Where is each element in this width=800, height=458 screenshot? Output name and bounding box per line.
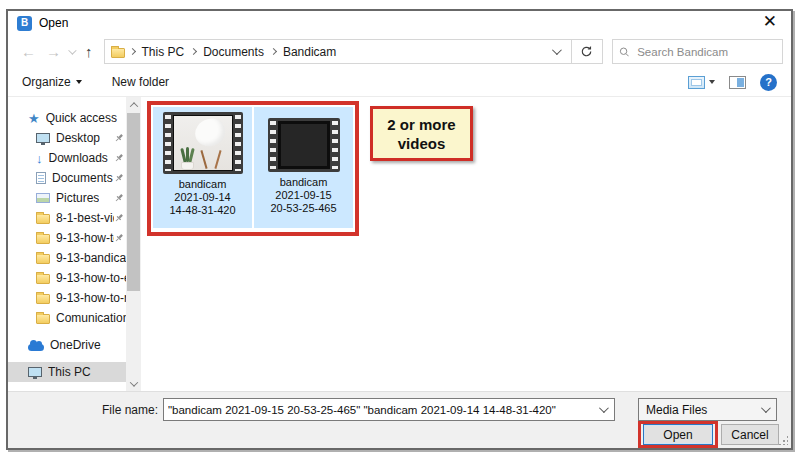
view-dropdown-chevron-icon — [709, 80, 715, 84]
folder-icon — [36, 294, 50, 304]
thumbnails-view-icon — [688, 76, 705, 89]
bandicam-app-icon: B — [17, 16, 32, 31]
pictures-icon — [36, 193, 50, 203]
breadcrumb-this-pc[interactable]: This PC — [140, 45, 187, 59]
folder-icon — [36, 234, 50, 244]
refresh-button[interactable] — [572, 39, 603, 64]
desktop-icon — [36, 133, 50, 143]
this-pc-icon — [28, 367, 42, 377]
file-name-dropdown-chevron-icon[interactable] — [599, 403, 609, 413]
organize-dropdown-icon — [76, 80, 82, 84]
black-screen-thumbnail — [281, 124, 327, 166]
address-folder-icon — [111, 48, 125, 58]
file-item-video-1[interactable]: bandicam 2021-09-14 14-48-31-420 — [153, 107, 252, 228]
breadcrumb-documents[interactable]: Documents — [201, 45, 266, 59]
address-bar[interactable]: This PC Documents Bandicam — [104, 39, 572, 64]
crumb-separator-icon — [128, 48, 135, 55]
cancel-button[interactable]: Cancel — [721, 424, 779, 445]
star-icon: ★ — [28, 112, 40, 125]
navigation-bar: ← → ↑ This PC Documents Bandicam — [8, 35, 791, 68]
scroll-down-icon[interactable] — [126, 376, 141, 391]
annotation-files-highlight: bandicam 2021-09-14 14-48-31-420 bandica… — [147, 101, 359, 236]
close-icon[interactable]: ✕ — [763, 12, 777, 32]
breadcrumb-bandicam[interactable]: Bandicam — [281, 45, 338, 59]
folder-icon — [36, 314, 50, 324]
pin-icon — [114, 133, 124, 143]
file-name-label: bandicam 2021-09-14 14-48-31-420 — [169, 178, 235, 217]
back-icon[interactable]: ← — [21, 44, 36, 59]
folder-icon — [36, 274, 50, 284]
sidebar-group-gap — [8, 355, 126, 362]
search-input[interactable] — [635, 45, 775, 59]
bottom-bar: File name: Media Files Open Cancel — [8, 391, 791, 448]
pin-icon — [114, 213, 124, 223]
sidebar-item-comunication[interactable]: Comunication, C — [8, 308, 126, 328]
organize-label: Organize — [22, 75, 71, 89]
sidebar-item-9-13-how-to-ed[interactable]: 9-13-how-to-ed — [8, 268, 126, 288]
title-bar: B Open ✕ — [8, 11, 791, 35]
refresh-icon — [580, 45, 593, 58]
sidebar-item-downloads[interactable]: ↓ Downloads — [8, 148, 126, 168]
document-icon — [36, 172, 46, 184]
scroll-up-icon[interactable] — [126, 97, 141, 112]
open-dialog: B Open ✕ ← → ↑ This PC Documents Bandica… — [6, 9, 793, 450]
change-view-button[interactable] — [688, 76, 715, 89]
file-name-field-label: File name: — [66, 403, 158, 417]
new-folder-button[interactable]: New folder — [112, 75, 169, 89]
sidebar-item-9-13-how-to-rec[interactable]: 9-13-how-to-rec — [8, 288, 126, 308]
new-folder-label: New folder — [112, 75, 169, 89]
sidebar-item-this-pc[interactable]: This PC — [8, 362, 126, 382]
window-title: Open — [39, 16, 68, 30]
file-item-video-2[interactable]: bandicam 2021-09-15 20-53-25-465 — [254, 107, 353, 228]
preview-pane-icon[interactable] — [729, 76, 746, 89]
toolbar-right-group: ? — [688, 74, 777, 91]
up-icon[interactable]: ↑ — [85, 44, 93, 59]
resize-grip[interactable] — [778, 435, 788, 445]
file-type-dropdown-chevron-icon — [761, 403, 771, 413]
file-type-combobox[interactable]: Media Files — [638, 398, 777, 421]
organize-button[interactable]: Organize — [22, 75, 82, 89]
forward-icon[interactable]: → — [46, 44, 61, 59]
sidebar-scrollbar[interactable] — [126, 97, 141, 391]
file-list-area[interactable]: bandicam 2021-09-14 14-48-31-420 bandica… — [141, 97, 791, 391]
search-icon — [619, 46, 630, 58]
open-button[interactable]: Open — [643, 424, 713, 445]
scrollbar-thumb[interactable] — [127, 113, 140, 291]
folder-icon — [36, 254, 50, 264]
pin-icon — [114, 233, 124, 243]
chair-photo-thumbnail — [174, 116, 232, 170]
file-name-label: bandicam 2021-09-15 20-53-25-465 — [270, 176, 336, 215]
crumb-separator-icon — [190, 48, 197, 55]
sidebar-item-onedrive[interactable]: OneDrive — [8, 335, 126, 355]
crumb-separator-icon — [270, 48, 277, 55]
sidebar-item-desktop[interactable]: Desktop — [8, 128, 126, 148]
pin-icon — [114, 193, 124, 203]
address-dropdown-chevron-icon[interactable] — [551, 45, 561, 55]
sidebar-item-8-1-best-video[interactable]: 8-1-best-vide — [8, 208, 126, 228]
file-name-input[interactable] — [164, 404, 599, 416]
recent-locations-chevron-icon[interactable] — [68, 46, 76, 54]
file-type-value: Media Files — [646, 403, 707, 417]
annotation-open-highlight: Open — [638, 421, 718, 448]
sidebar-item-9-13-bandicam[interactable]: 9-13-bandicam- — [8, 248, 126, 268]
command-toolbar: Organize New folder ? — [8, 68, 791, 97]
sidebar-group-gap — [8, 328, 126, 335]
sidebar-item-quick-access[interactable]: ★ Quick access — [8, 108, 126, 128]
file-name-combobox[interactable] — [163, 398, 615, 421]
sidebar-item-pictures[interactable]: Pictures — [8, 188, 126, 208]
pin-icon — [114, 173, 124, 183]
annotation-callout: 2 or more videos — [370, 106, 473, 161]
dialog-body: ★ Quick access Desktop ↓ Downloads Docum… — [8, 97, 791, 391]
sidebar-item-9-13-how-to[interactable]: 9-13-how-to- — [8, 228, 126, 248]
video-thumbnail-icon — [268, 118, 340, 172]
folder-icon — [36, 214, 50, 224]
navigation-sidebar: ★ Quick access Desktop ↓ Downloads Docum… — [8, 97, 126, 391]
pin-icon — [114, 153, 124, 163]
download-icon: ↓ — [36, 152, 43, 165]
sidebar-item-documents[interactable]: Documents — [8, 168, 126, 188]
onedrive-cloud-icon — [28, 344, 44, 351]
help-icon[interactable]: ? — [760, 74, 777, 91]
video-thumbnail-icon — [163, 112, 243, 174]
search-box[interactable] — [612, 39, 783, 64]
